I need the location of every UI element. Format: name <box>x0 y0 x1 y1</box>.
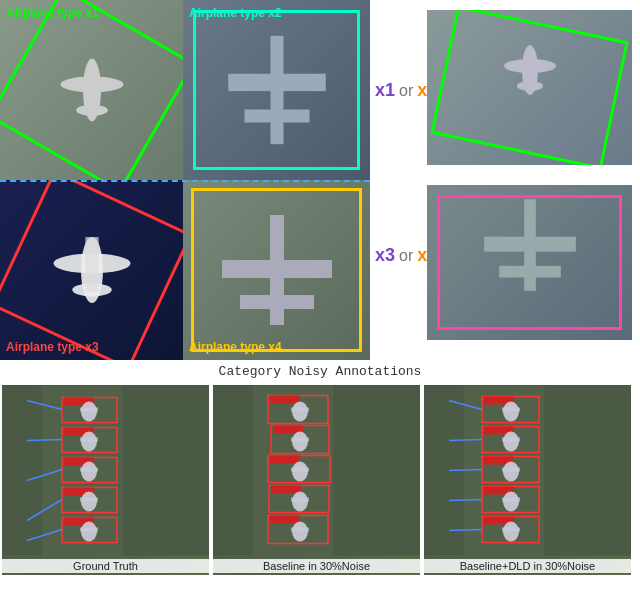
airplane-x1-icon <box>47 45 137 135</box>
ground-truth-image: Ground Truth <box>2 385 209 575</box>
svg-rect-53 <box>270 396 300 404</box>
svg-line-79 <box>449 530 482 531</box>
svg-rect-67 <box>291 528 309 532</box>
top-section: Airplane type x1 <box>0 0 640 360</box>
svg-rect-65 <box>291 468 309 472</box>
airplane-x3-icon <box>37 225 147 315</box>
cell-airplane-type-x1: Airplane type x1 <box>0 0 183 180</box>
baseline-dld-image: Baseline+DLD in 30%Noise <box>424 385 631 575</box>
baseline-30-svg <box>213 385 420 556</box>
svg-rect-91 <box>502 438 520 442</box>
q-or-bottom-label: or <box>399 247 413 265</box>
images-row: Ground Truth <box>2 385 638 575</box>
svg-rect-41 <box>80 408 98 412</box>
svg-rect-66 <box>291 498 309 502</box>
svg-rect-57 <box>270 516 300 524</box>
bottom-title: Category Noisy Annotations <box>219 364 422 379</box>
svg-rect-45 <box>80 528 98 532</box>
label-baseline-30: Baseline in 30%Noise <box>213 559 420 573</box>
q-x3-label: x3 <box>375 245 395 266</box>
airplane-x4-icon <box>212 210 342 330</box>
compare-image-bottom <box>427 185 632 340</box>
ground-truth-svg <box>2 385 209 556</box>
svg-rect-18 <box>499 266 561 278</box>
svg-line-77 <box>449 470 482 471</box>
baseline-30-image: Baseline in 30%Noise <box>213 385 420 575</box>
svg-rect-11 <box>222 260 332 278</box>
cell-airplane-type-x4: Airplane type x4 <box>183 180 370 360</box>
svg-rect-56 <box>271 486 301 494</box>
svg-rect-9 <box>244 110 309 123</box>
compare-image-top <box>427 10 632 165</box>
svg-point-15 <box>517 81 543 91</box>
svg-rect-6 <box>85 237 98 292</box>
svg-rect-64 <box>291 438 309 442</box>
svg-rect-44 <box>80 498 98 502</box>
svg-line-76 <box>449 440 482 441</box>
q-or-top-label: or <box>399 82 413 100</box>
divider-horizontal <box>0 180 370 182</box>
svg-rect-94 <box>502 528 520 532</box>
airplane-x2-icon <box>212 25 342 155</box>
svg-rect-93 <box>502 498 520 502</box>
svg-rect-8 <box>228 74 326 91</box>
baseline-dld-svg <box>424 385 631 556</box>
bottom-section: Category Noisy Annotations <box>0 360 640 603</box>
svg-rect-17 <box>484 237 576 252</box>
svg-rect-92 <box>502 468 520 472</box>
svg-rect-90 <box>502 408 520 412</box>
svg-point-2 <box>76 105 108 116</box>
cell-airplane-type-x3: Airplane type x3 <box>0 180 183 360</box>
svg-line-78 <box>449 500 482 501</box>
svg-rect-42 <box>80 438 98 442</box>
svg-rect-12 <box>240 295 314 309</box>
airplane-compare-top-icon <box>490 30 570 110</box>
airplane-compare-bottom-icon <box>475 195 585 295</box>
label-type-x4: Airplane type x4 <box>189 340 282 354</box>
svg-rect-63 <box>291 408 309 412</box>
label-baseline-dld: Baseline+DLD in 30%Noise <box>424 559 631 573</box>
label-ground-truth: Ground Truth <box>2 559 209 573</box>
cell-airplane-type-x2: Airplane type x2 <box>183 0 370 180</box>
svg-point-14 <box>504 59 556 73</box>
svg-line-27 <box>27 440 62 441</box>
label-type-x3: Airplane type x3 <box>6 340 99 354</box>
svg-point-1 <box>60 77 123 93</box>
q-x1-label: x1 <box>375 80 395 101</box>
svg-rect-55 <box>270 456 300 464</box>
svg-rect-43 <box>80 468 98 472</box>
